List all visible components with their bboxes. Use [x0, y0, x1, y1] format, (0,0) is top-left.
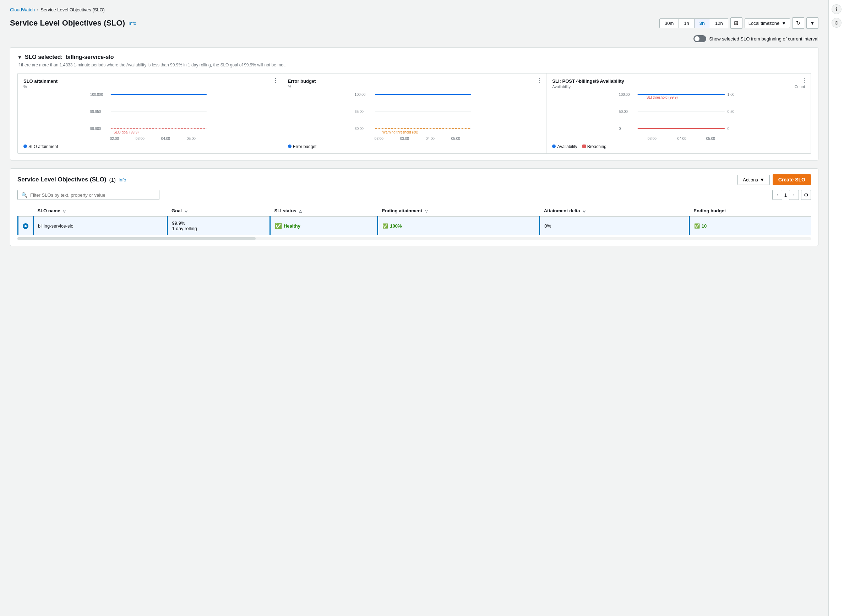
- svg-text:04:00: 04:00: [677, 137, 686, 141]
- svg-text:0: 0: [619, 127, 621, 131]
- svg-text:0.50: 0.50: [728, 110, 735, 114]
- breadcrumb-cloudwatch[interactable]: CloudWatch: [10, 7, 35, 12]
- table-row: billing-service-slo 99.9% 1 day rolling …: [18, 217, 811, 235]
- timezone-dropdown[interactable]: Local timezone ▼: [744, 19, 790, 28]
- table-settings-button[interactable]: ⚙: [801, 190, 811, 200]
- breadcrumb-separator: ›: [37, 7, 38, 12]
- calendar-button[interactable]: ⊞: [730, 18, 743, 29]
- row-slo-name[interactable]: billing-service-slo: [33, 217, 167, 235]
- pagination-row: ‹ 1 › ⚙: [772, 190, 811, 200]
- sli-availability-chart: ⋮ SLI: POST ^billings/$ Availability Ava…: [546, 73, 811, 153]
- svg-text:65.00: 65.00: [355, 110, 364, 114]
- toggle-label: Show selected SLO from beginning of curr…: [709, 36, 818, 41]
- slo-list-header: Service Level Objectives (SLO) (1) Info …: [18, 175, 811, 185]
- sort-icon-delta: ▽: [583, 209, 586, 213]
- error-budget-area: 100.00 65.00 30.00 Warning threshold (30…: [288, 92, 541, 141]
- sidebar-info-icon[interactable]: ℹ: [832, 4, 841, 14]
- sidebar-settings-icon[interactable]: ⊙: [832, 18, 841, 28]
- refresh-button[interactable]: ↻: [792, 18, 804, 29]
- time-btn-3h[interactable]: 3h: [694, 19, 710, 28]
- table-scrollbar[interactable]: [18, 237, 811, 240]
- actions-button[interactable]: Actions ▼: [737, 175, 770, 185]
- svg-text:02:00: 02:00: [110, 137, 119, 141]
- error-budget-chart: ⋮ Error budget % 100.00 65.00 30.00: [282, 73, 547, 153]
- actions-chevron-icon: ▼: [760, 177, 765, 182]
- status-healthy: ✅ Healthy: [275, 223, 373, 229]
- row-radio[interactable]: [23, 223, 28, 229]
- ending-budget-value: ✅ 10: [694, 223, 807, 229]
- chart-menu-sli[interactable]: ⋮: [801, 77, 807, 84]
- col-ending-attainment[interactable]: Ending attainment ▽: [378, 205, 540, 217]
- sli-availability-legend: Availability Breaching: [552, 144, 805, 149]
- sli-unit-right: Count: [795, 85, 805, 89]
- page-header: Service Level Objectives (SLO) Info 30m …: [10, 18, 818, 29]
- error-budget-unit: %: [288, 85, 541, 89]
- toggle-row: Show selected SLO from beginning of curr…: [10, 35, 818, 42]
- goal-pct: 99.9%: [172, 220, 265, 226]
- col-attainment-delta[interactable]: Attainment delta ▽: [540, 205, 690, 217]
- slo-interval-toggle[interactable]: [693, 35, 706, 42]
- sli-availability-area: 100.00 50.00 0 1.00 0.50 0: [552, 92, 805, 141]
- list-actions: Actions ▼ Create SLO: [737, 175, 811, 185]
- row-goal: 99.9% 1 day rolling: [167, 217, 270, 235]
- slo-panel-subtitle: If there are more than 1.4333 1-minute p…: [18, 63, 811, 67]
- slo-panel-title-row: ▼ SLO selected: billing-service-slo: [18, 54, 811, 60]
- col-ending-budget[interactable]: Ending budget: [689, 205, 811, 217]
- timezone-label: Local timezone: [749, 21, 779, 26]
- slo-selected-panel: ▼ SLO selected: billing-service-slo If t…: [10, 47, 818, 160]
- svg-text:99.900: 99.900: [90, 127, 101, 131]
- col-sli-status[interactable]: SLI status △: [270, 205, 377, 217]
- page-info-link[interactable]: Info: [129, 21, 137, 26]
- time-range-group: 30m 1h 3h 12h: [659, 19, 728, 28]
- search-input[interactable]: [30, 192, 156, 198]
- row-sli-status: ✅ Healthy: [270, 217, 377, 235]
- col-slo-name[interactable]: SLO name ▽: [33, 205, 167, 217]
- slo-attainment-area: 100.000 99.950 99.900 SLO goal (99.9): [23, 92, 276, 141]
- page-number: 1: [784, 192, 787, 198]
- row-select-cell[interactable]: [18, 217, 33, 235]
- healthy-icon: ✅: [275, 223, 282, 229]
- settings-dropdown[interactable]: ▼: [806, 18, 818, 29]
- slo-selected-name: billing-service-slo: [66, 54, 114, 60]
- collapse-arrow-icon[interactable]: ▼: [18, 55, 22, 60]
- breadcrumb: CloudWatch › Service Level Objectives (S…: [10, 7, 818, 12]
- attainment-value: ✅ 100%: [382, 223, 535, 229]
- sort-icon-name: ▽: [63, 209, 66, 213]
- chart-menu-slo[interactable]: ⋮: [273, 77, 278, 84]
- slo-attainment-title: SLO attainment: [23, 78, 276, 84]
- svg-text:100.00: 100.00: [619, 93, 630, 97]
- scrollbar-thumb: [18, 237, 255, 240]
- svg-text:30.00: 30.00: [355, 127, 364, 131]
- create-slo-button[interactable]: Create SLO: [773, 175, 811, 185]
- col-goal[interactable]: Goal ▽: [167, 205, 270, 217]
- attainment-pct: 100%: [390, 223, 402, 229]
- svg-text:04:00: 04:00: [426, 137, 434, 141]
- next-page-button[interactable]: ›: [789, 190, 799, 200]
- status-label: Healthy: [284, 223, 300, 229]
- svg-text:100.00: 100.00: [355, 93, 366, 97]
- slo-attainment-chart: ⋮ SLO attainment % 100.000 99.950 99.900: [18, 73, 282, 153]
- slo-list-info-link[interactable]: Info: [119, 177, 126, 182]
- budget-icon: ✅: [694, 223, 700, 229]
- time-btn-30m[interactable]: 30m: [660, 19, 679, 28]
- chart-menu-budget[interactable]: ⋮: [537, 77, 543, 84]
- slo-attainment-unit: %: [23, 85, 276, 89]
- charts-row: ⋮ SLO attainment % 100.000 99.950 99.900: [18, 73, 811, 154]
- timezone-chevron-icon: ▼: [781, 21, 786, 26]
- slo-list-section: Service Level Objectives (SLO) (1) Info …: [10, 168, 818, 246]
- time-btn-1h[interactable]: 1h: [679, 19, 694, 28]
- budget-num: 10: [702, 223, 707, 229]
- svg-text:04:00: 04:00: [161, 137, 170, 141]
- search-box: 🔍: [18, 190, 159, 200]
- settings-chevron-icon: ▼: [810, 20, 815, 26]
- sort-icon-status: △: [299, 209, 302, 213]
- svg-text:Warning threshold (30): Warning threshold (30): [382, 130, 418, 134]
- attainment-icon: ✅: [382, 223, 388, 229]
- svg-text:05:00: 05:00: [187, 137, 196, 141]
- time-btn-12h[interactable]: 12h: [710, 19, 728, 28]
- svg-text:03:00: 03:00: [136, 137, 144, 141]
- svg-text:SLI threshold (99.9): SLI threshold (99.9): [647, 95, 678, 100]
- slo-selected-label: SLO selected:: [25, 54, 63, 60]
- col-select: [18, 205, 33, 217]
- prev-page-button[interactable]: ‹: [772, 190, 782, 200]
